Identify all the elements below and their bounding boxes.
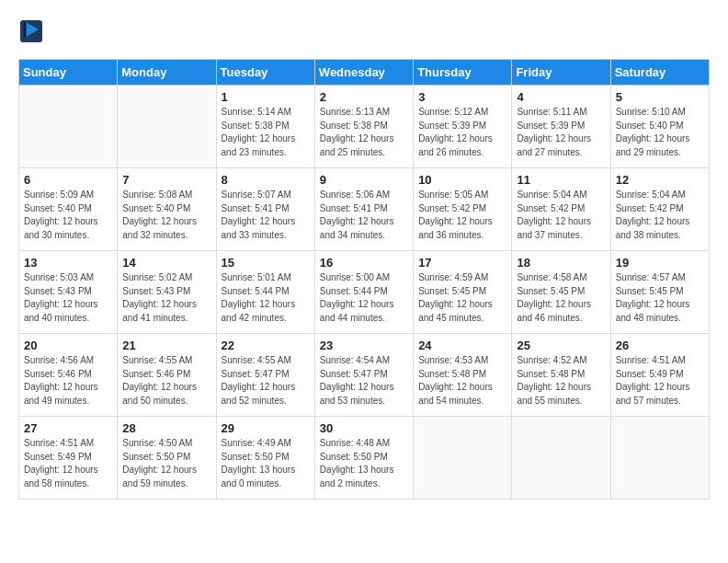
day-number: 28 bbox=[122, 421, 210, 435]
day-info: Sunrise: 5:13 AM Sunset: 5:38 PM Dayligh… bbox=[320, 106, 408, 159]
day-number: 27 bbox=[24, 421, 112, 435]
day-info: Sunrise: 4:51 AM Sunset: 5:49 PM Dayligh… bbox=[24, 437, 112, 490]
logo bbox=[18, 18, 48, 44]
week-row-1: 1Sunrise: 5:14 AM Sunset: 5:38 PM Daylig… bbox=[19, 86, 710, 168]
day-number: 22 bbox=[222, 339, 310, 352]
calendar-cell: 9Sunrise: 5:06 AM Sunset: 5:41 PM Daylig… bbox=[314, 168, 413, 251]
calendar-cell: 21Sunrise: 4:55 AM Sunset: 5:46 PM Dayli… bbox=[118, 334, 216, 417]
calendar-table: SundayMondayTuesdayWednesdayThursdayFrid… bbox=[18, 59, 710, 500]
calendar-cell: 22Sunrise: 4:55 AM Sunset: 5:47 PM Dayli… bbox=[216, 334, 314, 417]
day-info: Sunrise: 4:48 AM Sunset: 5:50 PM Dayligh… bbox=[320, 437, 408, 490]
day-info: Sunrise: 5:07 AM Sunset: 5:41 PM Dayligh… bbox=[222, 189, 310, 242]
calendar-cell bbox=[512, 417, 610, 500]
calendar-cell: 19Sunrise: 4:57 AM Sunset: 5:45 PM Dayli… bbox=[610, 251, 709, 334]
calendar-cell: 16Sunrise: 5:00 AM Sunset: 5:44 PM Dayli… bbox=[314, 251, 413, 334]
day-info: Sunrise: 4:51 AM Sunset: 5:49 PM Dayligh… bbox=[616, 354, 704, 408]
day-number: 7 bbox=[122, 173, 210, 187]
weekday-header-saturday: Saturday bbox=[610, 60, 709, 86]
day-info: Sunrise: 4:58 AM Sunset: 5:45 PM Dayligh… bbox=[517, 271, 605, 325]
day-number: 30 bbox=[320, 421, 408, 435]
day-number: 24 bbox=[418, 339, 506, 352]
day-number: 9 bbox=[320, 173, 408, 187]
day-info: Sunrise: 5:04 AM Sunset: 5:42 PM Dayligh… bbox=[517, 189, 605, 242]
header bbox=[18, 18, 710, 44]
day-number: 13 bbox=[24, 256, 112, 270]
logo-icon bbox=[18, 18, 44, 44]
day-info: Sunrise: 4:55 AM Sunset: 5:46 PM Dayligh… bbox=[122, 354, 210, 408]
day-info: Sunrise: 5:08 AM Sunset: 5:40 PM Dayligh… bbox=[122, 189, 210, 242]
calendar-cell: 20Sunrise: 4:56 AM Sunset: 5:46 PM Dayli… bbox=[19, 334, 118, 417]
svg-rect-2 bbox=[24, 22, 27, 37]
day-number: 17 bbox=[418, 256, 506, 270]
day-info: Sunrise: 4:55 AM Sunset: 5:47 PM Dayligh… bbox=[222, 354, 310, 408]
day-number: 29 bbox=[222, 421, 310, 435]
day-number: 21 bbox=[122, 339, 210, 352]
day-info: Sunrise: 4:53 AM Sunset: 5:48 PM Dayligh… bbox=[418, 354, 506, 408]
calendar-cell: 28Sunrise: 4:50 AM Sunset: 5:50 PM Dayli… bbox=[118, 417, 216, 500]
calendar-cell: 3Sunrise: 5:12 AM Sunset: 5:39 PM Daylig… bbox=[414, 86, 512, 168]
day-number: 3 bbox=[418, 90, 506, 104]
calendar-cell: 18Sunrise: 4:58 AM Sunset: 5:45 PM Dayli… bbox=[512, 251, 610, 334]
weekday-header-row: SundayMondayTuesdayWednesdayThursdayFrid… bbox=[19, 60, 710, 86]
day-number: 1 bbox=[222, 90, 310, 104]
calendar-cell: 6Sunrise: 5:09 AM Sunset: 5:40 PM Daylig… bbox=[19, 168, 118, 251]
calendar-cell: 27Sunrise: 4:51 AM Sunset: 5:49 PM Dayli… bbox=[19, 417, 118, 500]
day-info: Sunrise: 5:10 AM Sunset: 5:40 PM Dayligh… bbox=[616, 106, 704, 159]
calendar-cell: 11Sunrise: 5:04 AM Sunset: 5:42 PM Dayli… bbox=[512, 168, 610, 251]
day-info: Sunrise: 5:05 AM Sunset: 5:42 PM Dayligh… bbox=[418, 189, 506, 242]
day-number: 2 bbox=[320, 90, 408, 104]
day-number: 4 bbox=[517, 90, 605, 104]
day-number: 5 bbox=[616, 90, 704, 104]
calendar-cell: 1Sunrise: 5:14 AM Sunset: 5:38 PM Daylig… bbox=[216, 86, 314, 168]
day-number: 16 bbox=[320, 256, 408, 270]
day-info: Sunrise: 4:57 AM Sunset: 5:45 PM Dayligh… bbox=[616, 271, 704, 325]
calendar-cell bbox=[414, 417, 512, 500]
day-number: 18 bbox=[517, 256, 605, 270]
day-info: Sunrise: 5:04 AM Sunset: 5:42 PM Dayligh… bbox=[616, 189, 704, 242]
calendar-cell: 15Sunrise: 5:01 AM Sunset: 5:44 PM Dayli… bbox=[216, 251, 314, 334]
calendar-cell bbox=[610, 417, 709, 500]
day-info: Sunrise: 4:56 AM Sunset: 5:46 PM Dayligh… bbox=[24, 354, 112, 408]
day-number: 20 bbox=[24, 339, 112, 352]
day-info: Sunrise: 5:09 AM Sunset: 5:40 PM Dayligh… bbox=[24, 189, 112, 242]
day-info: Sunrise: 5:11 AM Sunset: 5:39 PM Dayligh… bbox=[517, 106, 605, 159]
calendar-cell: 5Sunrise: 5:10 AM Sunset: 5:40 PM Daylig… bbox=[610, 86, 709, 168]
weekday-header-sunday: Sunday bbox=[19, 60, 118, 86]
calendar-cell: 25Sunrise: 4:52 AM Sunset: 5:48 PM Dayli… bbox=[512, 334, 610, 417]
day-number: 10 bbox=[418, 173, 506, 187]
day-number: 26 bbox=[616, 339, 704, 352]
calendar-cell: 2Sunrise: 5:13 AM Sunset: 5:38 PM Daylig… bbox=[314, 86, 413, 168]
day-info: Sunrise: 5:02 AM Sunset: 5:43 PM Dayligh… bbox=[122, 271, 210, 325]
day-number: 14 bbox=[122, 256, 210, 270]
day-number: 15 bbox=[222, 256, 310, 270]
calendar-cell: 23Sunrise: 4:54 AM Sunset: 5:47 PM Dayli… bbox=[314, 334, 413, 417]
day-info: Sunrise: 5:03 AM Sunset: 5:43 PM Dayligh… bbox=[24, 271, 112, 325]
day-info: Sunrise: 4:49 AM Sunset: 5:50 PM Dayligh… bbox=[222, 437, 310, 490]
calendar-cell: 7Sunrise: 5:08 AM Sunset: 5:40 PM Daylig… bbox=[118, 168, 216, 251]
weekday-header-tuesday: Tuesday bbox=[216, 60, 314, 86]
calendar-cell: 4Sunrise: 5:11 AM Sunset: 5:39 PM Daylig… bbox=[512, 86, 610, 168]
calendar-cell: 24Sunrise: 4:53 AM Sunset: 5:48 PM Dayli… bbox=[414, 334, 512, 417]
day-number: 8 bbox=[222, 173, 310, 187]
calendar-cell: 26Sunrise: 4:51 AM Sunset: 5:49 PM Dayli… bbox=[610, 334, 709, 417]
day-info: Sunrise: 5:00 AM Sunset: 5:44 PM Dayligh… bbox=[320, 271, 408, 325]
week-row-4: 20Sunrise: 4:56 AM Sunset: 5:46 PM Dayli… bbox=[19, 334, 710, 417]
weekday-header-wednesday: Wednesday bbox=[314, 60, 413, 86]
calendar-cell bbox=[118, 86, 216, 168]
week-row-5: 27Sunrise: 4:51 AM Sunset: 5:49 PM Dayli… bbox=[19, 417, 710, 500]
calendar-cell: 8Sunrise: 5:07 AM Sunset: 5:41 PM Daylig… bbox=[216, 168, 314, 251]
day-info: Sunrise: 5:06 AM Sunset: 5:41 PM Dayligh… bbox=[320, 189, 408, 242]
calendar-cell: 17Sunrise: 4:59 AM Sunset: 5:45 PM Dayli… bbox=[414, 251, 512, 334]
day-info: Sunrise: 4:50 AM Sunset: 5:50 PM Dayligh… bbox=[122, 437, 210, 490]
day-info: Sunrise: 5:01 AM Sunset: 5:44 PM Dayligh… bbox=[222, 271, 310, 325]
weekday-header-friday: Friday bbox=[512, 60, 610, 86]
calendar-cell: 14Sunrise: 5:02 AM Sunset: 5:43 PM Dayli… bbox=[118, 251, 216, 334]
day-info: Sunrise: 4:52 AM Sunset: 5:48 PM Dayligh… bbox=[517, 354, 605, 408]
day-number: 23 bbox=[320, 339, 408, 352]
week-row-3: 13Sunrise: 5:03 AM Sunset: 5:43 PM Dayli… bbox=[19, 251, 710, 334]
weekday-header-monday: Monday bbox=[118, 60, 216, 86]
weekday-header-thursday: Thursday bbox=[414, 60, 512, 86]
calendar-cell bbox=[19, 86, 118, 168]
day-info: Sunrise: 5:14 AM Sunset: 5:38 PM Dayligh… bbox=[222, 106, 310, 159]
week-row-2: 6Sunrise: 5:09 AM Sunset: 5:40 PM Daylig… bbox=[19, 168, 710, 251]
